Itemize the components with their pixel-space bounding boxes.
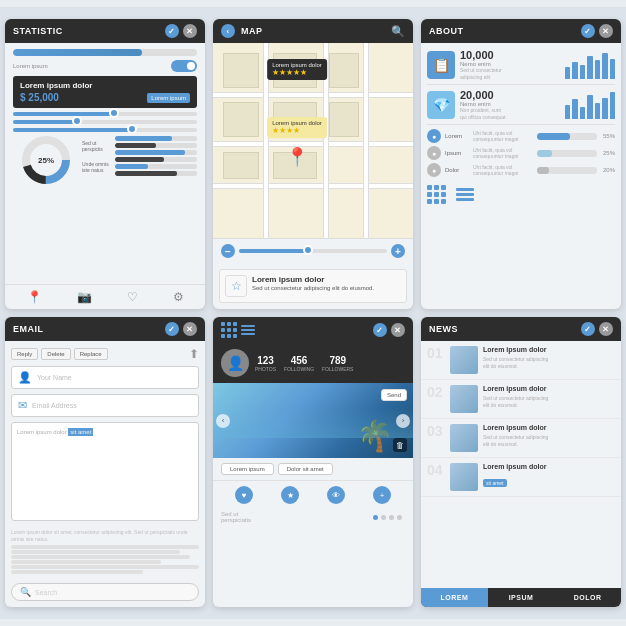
news-item-4: 04 Lorem ipsum dolor sit amet — [421, 458, 621, 497]
close-icon[interactable]: ✕ — [183, 24, 197, 38]
email-input[interactable]: Email Address — [32, 402, 192, 409]
email-close-icon[interactable]: ✕ — [183, 322, 197, 336]
send-button[interactable]: Send — [381, 389, 407, 401]
dot-4[interactable] — [397, 515, 402, 520]
footer-btn-lorem[interactable]: LOREM — [421, 588, 488, 607]
news-desc-2: Sed ut consectetur adipiscingelit do eiu… — [483, 395, 615, 408]
camera-icon[interactable]: 📷 — [77, 290, 92, 304]
about-desc-2: Non proident, suntqui officia consequat. — [460, 107, 560, 120]
map-header-icons: 🔍 — [391, 25, 406, 38]
social-check-icon[interactable]: ✓ — [373, 323, 387, 337]
about-bottom — [427, 181, 615, 208]
location-icon[interactable]: 📍 — [27, 290, 42, 304]
star-icon[interactable]: ★ — [281, 486, 299, 504]
name-input-row: 👤 Your Name — [11, 366, 199, 389]
name-input[interactable]: Your Name — [37, 374, 192, 381]
prev-arrow[interactable]: ‹ — [216, 414, 230, 428]
mini-slider-3[interactable] — [13, 128, 197, 132]
dolor-button[interactable]: Dolor sit amet — [278, 463, 333, 475]
app-grid: STATISTIC ✓ ✕ Lorem ipsum Lorem ipsum do… — [0, 7, 626, 619]
add-icon[interactable]: + — [373, 486, 391, 504]
about-chart-1 — [565, 51, 615, 79]
news-check-icon[interactable]: ✓ — [581, 322, 595, 336]
replace-button[interactable]: Replace — [74, 348, 108, 360]
following-num: 456 — [284, 355, 314, 366]
statistic-body: Lorem ipsum Lorem ipsum dolor $ 25,000 L… — [5, 43, 205, 284]
news-item-2: 02 Lorem ipsum dolor Sed ut consectetur … — [421, 380, 621, 419]
dot-3[interactable] — [389, 515, 394, 520]
settings-icon[interactable]: ⚙ — [173, 290, 184, 304]
heart-icon[interactable]: ♥ — [235, 486, 253, 504]
grid-icon[interactable] — [427, 185, 446, 204]
dot-1[interactable] — [373, 515, 378, 520]
search-icon: 🔍 — [20, 587, 31, 597]
photos-num: 123 — [255, 355, 276, 366]
social-icons-row: ♥ ★ 👁 + — [213, 481, 413, 509]
news-text-1: Lorem ipsum dolor Sed ut consectetur adi… — [483, 346, 615, 369]
social-bottom: Sed utperspiciatis — [213, 509, 413, 525]
list-menu-icon[interactable] — [241, 322, 255, 338]
news-close-icon[interactable]: ✕ — [599, 322, 613, 336]
email-check-icon[interactable]: ✓ — [165, 322, 179, 336]
social-header: ✓ ✕ — [213, 317, 413, 343]
news-text-4: Lorem ipsum dolor sit amet — [483, 463, 615, 489]
news-widget: NEWS ✓ ✕ 01 Lorem ipsum dolor Sed ut con… — [421, 317, 621, 607]
about-close-icon[interactable]: ✕ — [599, 24, 613, 38]
check-icon[interactable]: ✓ — [165, 24, 179, 38]
search-icon[interactable]: 🔍 — [391, 25, 406, 38]
news-num-2: 02 — [427, 385, 445, 399]
about-check-icon[interactable]: ✓ — [581, 24, 595, 38]
prog-desc-1: Uht faciit, quia volconsequuntur magni — [473, 130, 533, 142]
footer-btn-dolor[interactable]: DOLOR — [554, 588, 621, 607]
news-item-3: 03 Lorem ipsum dolor Sed ut consectetur … — [421, 419, 621, 458]
progress-bar-1[interactable] — [13, 49, 197, 56]
eye-icon[interactable]: 👁 — [327, 486, 345, 504]
mini-slider-2[interactable] — [13, 120, 197, 124]
zoom-minus[interactable]: − — [221, 244, 235, 258]
reply-button[interactable]: Reply — [11, 348, 38, 360]
email-toolbar: Reply Delete Replace ⬆ — [11, 347, 199, 361]
social-close-icon[interactable]: ✕ — [391, 323, 405, 337]
about-num-2: 20,000 — [460, 89, 560, 101]
toggle-switch[interactable] — [171, 60, 197, 72]
next-arrow[interactable]: › — [396, 414, 410, 428]
upload-icon[interactable]: ⬆ — [189, 347, 199, 361]
prog-row-2: ● Ipsum Uht faciit, quia volconsequuntur… — [427, 146, 615, 160]
prog-desc-3: Uht faciit, quia volconsequuntur magni — [473, 164, 533, 176]
followers-num: 789 — [322, 355, 353, 366]
search-placeholder: Search — [35, 589, 57, 596]
zoom-slider[interactable] — [239, 249, 387, 253]
back-icon[interactable]: ‹ — [221, 24, 235, 38]
zoom-plus[interactable]: + — [391, 244, 405, 258]
bar-label-2: Unde omnis iste natus — [82, 161, 112, 173]
news-title-1: Lorem ipsum dolor — [483, 346, 615, 354]
prog-label-2: 25% — [601, 150, 615, 156]
bar-row-2: Unde omnis iste natus — [82, 157, 197, 176]
email-widget: EMAIL ✓ ✕ Reply Delete Replace ⬆ 👤 Your … — [5, 317, 205, 607]
footer-btn-ipsum[interactable]: IPSUM — [488, 588, 555, 607]
delete-image-icon[interactable]: 🗑 — [393, 438, 407, 452]
stat-big-box: Lorem ipsum dolor $ 25,000 Lorem ipsum — [13, 76, 197, 108]
lorem-button[interactable]: Lorem ipsum — [221, 463, 274, 475]
map-title: MAP — [241, 26, 263, 36]
bar-tracks-1 — [115, 136, 197, 155]
mini-slider-1[interactable] — [13, 112, 197, 116]
grid-menu-icon[interactable] — [221, 322, 237, 338]
slider-row-1 — [13, 112, 197, 116]
social-action-row: Lorem ipsum Dolor sit amet — [213, 458, 413, 481]
map-star-btn[interactable]: ☆ — [225, 275, 247, 297]
news-header: NEWS ✓ ✕ — [421, 317, 621, 341]
search-bar[interactable]: 🔍 Search — [11, 583, 199, 601]
stat-btn[interactable]: Lorem ipsum — [147, 93, 190, 103]
prog-name-1: Lorem — [445, 133, 469, 139]
email-input-row: ✉ Email Address — [11, 394, 199, 417]
delete-button[interactable]: Delete — [41, 348, 70, 360]
map-info-text: Lorem ipsum dolor Sed ut consectetur adi… — [252, 275, 374, 292]
news-thumb-3 — [450, 424, 478, 452]
news-text-2: Lorem ipsum dolor Sed ut consectetur adi… — [483, 385, 615, 408]
list-icon[interactable] — [456, 188, 474, 201]
dot-2[interactable] — [381, 515, 386, 520]
news-thumb-4 — [450, 463, 478, 491]
heart-icon[interactable]: ♡ — [127, 290, 138, 304]
news-num-4: 04 — [427, 463, 445, 477]
